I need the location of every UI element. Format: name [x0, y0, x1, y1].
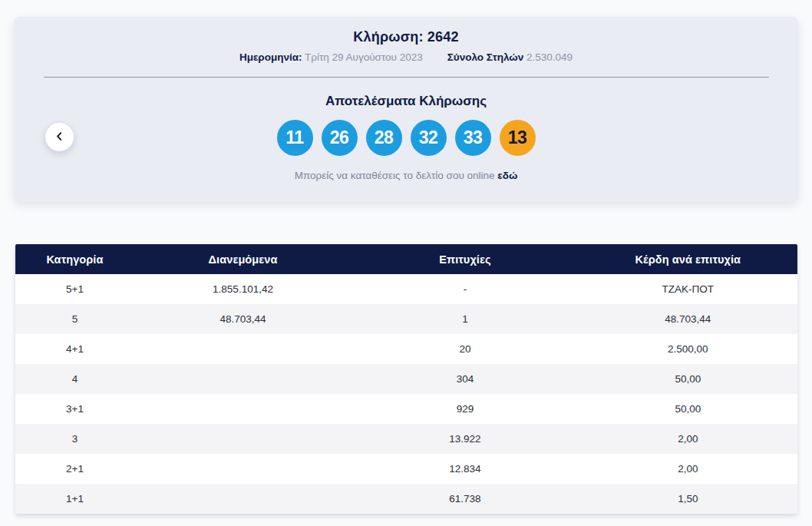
cell-prize: 50,00 [579, 394, 797, 424]
total-columns-value: 2.530.049 [526, 51, 573, 63]
total-columns: Σύνολο Στηλών 2.530.049 [447, 51, 573, 65]
cell-category: 2+1 [15, 454, 134, 484]
table-header-row: Κατηγορία Διανεμόμενα Επιτυχίες Κέρδη αν… [15, 244, 797, 274]
number-ball: 33 [455, 120, 491, 156]
cell-distributed [134, 484, 352, 514]
cell-category: 5+1 [15, 274, 134, 304]
cell-prize: 2,00 [579, 424, 797, 454]
number-ball: 28 [366, 120, 402, 156]
draw-results-card: Κλήρωση: 2642 Ημερομηνία: Τρίτη 29 Αυγού… [14, 17, 798, 202]
cell-category: 5 [15, 304, 134, 334]
draw-meta: Ημερομηνία: Τρίτη 29 Αυγούστου 2023 Σύνο… [14, 51, 798, 65]
cell-prize: 1,50 [579, 484, 797, 514]
cell-winners: 13.922 [352, 424, 579, 454]
table-row: 3 13.922 2,00 [15, 424, 797, 454]
draw-date-label: Ημερομηνία: [239, 51, 302, 63]
table-row: 4 304 50,00 [15, 364, 797, 394]
header-distributed: Διανεμόμενα [134, 244, 352, 274]
cell-prize: 48.703,44 [579, 304, 797, 334]
prize-table-container: Κατηγορία Διανεμόμενα Επιτυχίες Κέρδη αν… [15, 244, 797, 514]
prize-table: Κατηγορία Διανεμόμενα Επιτυχίες Κέρδη αν… [15, 244, 797, 514]
cell-distributed [134, 454, 352, 484]
cell-distributed [134, 334, 352, 364]
joker-ball: 13 [500, 120, 536, 156]
cell-winners: 929 [352, 394, 579, 424]
total-columns-label: Σύνολο Στηλών [447, 51, 523, 63]
cell-prize: 2.500,00 [579, 334, 797, 364]
cell-winners: 1 [352, 304, 579, 334]
draw-title: Κλήρωση: 2642 [14, 17, 798, 45]
cell-prize: 50,00 [579, 364, 797, 394]
table-row: 5 48.703,44 1 48.703,44 [15, 304, 797, 334]
cell-prize: ΤΖΑΚ-ΠΟΤ [579, 274, 797, 304]
cell-winners: 61.738 [352, 484, 579, 514]
cell-winners: 304 [352, 364, 579, 394]
header-prize-per-winner: Κέρδη ανά επιτυχία [579, 244, 797, 274]
cta-link[interactable]: εδώ [497, 170, 517, 181]
table-row: 5+1 1.855.101,42 - ΤΖΑΚ-ΠΟΤ [15, 274, 797, 304]
cell-category: 4+1 [15, 334, 134, 364]
cell-distributed [134, 394, 352, 424]
chevron-left-icon [55, 131, 64, 143]
results-heading: Αποτελέσματα Κλήρωσης [14, 92, 798, 111]
header-winners: Επιτυχίες [352, 244, 579, 274]
divider [44, 77, 769, 78]
header-category: Κατηγορία [15, 244, 134, 274]
cell-distributed: 1.855.101,42 [134, 274, 352, 304]
cta-line: Μπορείς να καταθέσεις το δελτίο σου onli… [14, 169, 798, 183]
previous-draw-button[interactable] [45, 123, 74, 151]
cell-category: 1+1 [15, 484, 134, 514]
cell-prize: 2,00 [579, 454, 797, 484]
cell-distributed [134, 424, 352, 454]
table-row: 3+1 929 50,00 [15, 394, 797, 424]
cell-winners: - [352, 274, 579, 304]
number-ball: 11 [277, 120, 313, 156]
cell-winners: 12.834 [352, 454, 579, 484]
draw-date-value: Τρίτη 29 Αυγούστου 2023 [305, 51, 423, 63]
table-row: 1+1 61.738 1,50 [15, 484, 797, 514]
table-row: 4+1 20 2.500,00 [15, 334, 797, 364]
cell-distributed: 48.703,44 [134, 304, 352, 334]
cell-distributed [134, 364, 352, 394]
cta-text: Μπορείς να καταθέσεις το δελτίο σου onli… [295, 170, 495, 181]
cell-category: 4 [15, 364, 134, 394]
cell-category: 3 [15, 424, 134, 454]
drawn-numbers: 11 26 28 32 33 13 [14, 120, 798, 156]
cell-category: 3+1 [15, 394, 134, 424]
draw-date: Ημερομηνία: Τρίτη 29 Αυγούστου 2023 [239, 51, 423, 65]
number-ball: 32 [411, 120, 447, 156]
table-row: 2+1 12.834 2,00 [15, 454, 797, 484]
number-ball: 26 [322, 120, 358, 156]
cell-winners: 20 [352, 334, 579, 364]
